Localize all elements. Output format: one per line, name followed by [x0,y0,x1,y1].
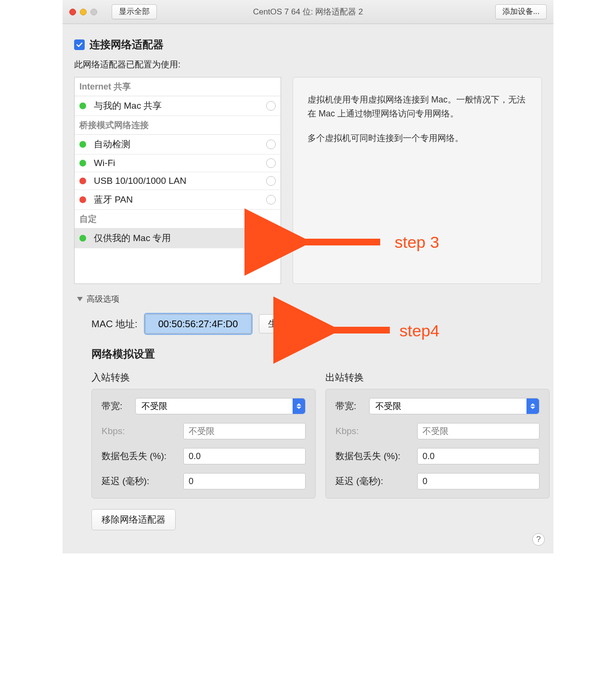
show-all-button[interactable]: 显示全部 [112,4,157,19]
bandwidth-label: 带宽: [102,400,135,412]
description-paragraph: 多个虚拟机可同时连接到一个专用网络。 [308,131,527,145]
help-button[interactable]: ? [532,533,545,546]
radio-button[interactable] [266,233,276,243]
inbound-packet-loss-input[interactable] [183,448,306,464]
advanced-options-disclosure[interactable]: 高级选项 [77,294,542,305]
remove-network-adapter-button[interactable]: 移除网络适配器 [91,509,176,530]
kbps-label: Kbps: [335,426,417,436]
add-device-button[interactable]: 添加设备... [495,4,547,19]
status-dot-icon [79,196,86,203]
status-dot-icon [79,160,86,167]
outbound-kbps-input [417,423,539,439]
section-header-bridged: 桥接模式网络连接 [75,116,281,135]
radio-button[interactable] [266,176,276,186]
zoom-window-button[interactable] [90,9,97,15]
list-item-label: 仅供我的 Mac 专用 [94,232,266,244]
packet-loss-label: 数据包丢失 (%): [335,450,417,462]
radio-button[interactable] [266,101,276,111]
list-item-share-with-mac[interactable]: 与我的 Mac 共享 [75,96,281,116]
outbound-box: 带宽: 不受限 Kbps: 数据包丢失 (%): [325,389,550,499]
outbound-bandwidth-select[interactable]: 不受限 [369,398,539,414]
latency-label: 延迟 (毫秒): [102,475,183,487]
generate-mac-button[interactable]: 生成 [259,314,295,333]
inbound-bandwidth-select[interactable]: 不受限 [135,398,306,414]
inbound-column: 入站转换 带宽: 不受限 Kbps: 数据包丢失 (%): [91,371,316,499]
mac-address-input[interactable] [145,314,251,333]
list-item-private-to-mac[interactable]: 仅供我的 Mac 专用 [75,229,281,248]
status-dot-icon [79,178,86,184]
chevron-down-icon [77,297,83,301]
list-item-label: USB 10/100/1000 LAN [94,176,266,186]
checkmark-icon [76,41,83,49]
configured-to-use-label: 此网络适配器已配置为使用: [74,59,542,70]
minimize-window-button[interactable] [80,9,87,15]
section-header-custom: 自定 [75,210,281,229]
connect-adapter-checkbox[interactable] [74,39,85,50]
radio-button[interactable] [266,158,276,168]
select-value: 不受限 [141,400,167,412]
inbound-kbps-input [183,423,306,439]
list-item-wifi[interactable]: Wi-Fi [75,154,281,172]
description-panel: 虚拟机使用专用虚拟网络连接到 Mac。一般情况下，无法在 Mac 上通过物理网络… [293,77,542,284]
close-window-button[interactable] [69,9,76,15]
annotation-step4: step4 [399,321,439,340]
status-dot-icon [79,103,86,109]
mac-address-label: MAC 地址: [91,318,138,331]
list-item-label: 蓝牙 PAN [94,193,266,206]
description-paragraph: 虚拟机使用专用虚拟网络连接到 Mac。一般情况下，无法在 Mac 上通过物理网络… [308,93,527,121]
list-item-label: Wi-Fi [94,158,266,168]
radio-button[interactable] [266,195,276,205]
inbound-title: 入站转换 [91,371,316,384]
list-item-autodetect[interactable]: 自动检测 [75,135,281,154]
radio-button[interactable] [266,140,276,149]
latency-label: 延迟 (毫秒): [335,475,417,487]
outbound-packet-loss-input[interactable] [417,448,539,464]
list-item-bluetooth-pan[interactable]: 蓝牙 PAN [75,190,281,210]
outbound-column: 出站转换 带宽: 不受限 Kbps: 数据包丢失 (%): [325,371,550,499]
annotation-step3: step 3 [395,233,439,252]
list-item-usb-lan[interactable]: USB 10/100/1000 LAN [75,172,281,190]
list-item-label: 与我的 Mac 共享 [94,100,266,112]
connect-adapter-label: 连接网络适配器 [90,38,164,52]
kbps-label: Kbps: [102,426,183,436]
select-arrow-icon [526,398,539,414]
list-item-label: 自动检测 [94,138,266,151]
outbound-latency-input[interactable] [417,473,539,489]
status-dot-icon [79,235,86,242]
advanced-options-label: 高级选项 [87,294,119,305]
network-type-list[interactable]: Internet 共享 与我的 Mac 共享 桥接模式网络连接 自动检测 Wi-… [74,77,281,284]
section-header-internet-sharing: Internet 共享 [75,77,281,96]
inbound-box: 带宽: 不受限 Kbps: 数据包丢失 (%): [91,389,316,499]
titlebar: 显示全部 CentOS 7 64 位: 网络适配器 2 添加设备... [63,0,553,24]
connect-adapter-row: 连接网络适配器 [74,38,542,52]
traffic-lights [69,9,97,15]
settings-window: 显示全部 CentOS 7 64 位: 网络适配器 2 添加设备... 连接网络… [63,0,553,553]
mac-address-row: MAC 地址: 生成 [91,314,542,333]
status-dot-icon [79,141,86,148]
select-value: 不受限 [375,400,401,412]
network-simulation-title: 网络模拟设置 [91,347,542,361]
packet-loss-label: 数据包丢失 (%): [102,450,183,462]
inbound-latency-input[interactable] [183,473,306,489]
content-panel: 连接网络适配器 此网络适配器已配置为使用: Internet 共享 与我的 Ma… [63,24,553,540]
outbound-title: 出站转换 [325,371,550,384]
network-simulation-columns: 入站转换 带宽: 不受限 Kbps: 数据包丢失 (%): [91,371,542,499]
select-arrow-icon [293,398,305,414]
bandwidth-label: 带宽: [335,400,369,412]
